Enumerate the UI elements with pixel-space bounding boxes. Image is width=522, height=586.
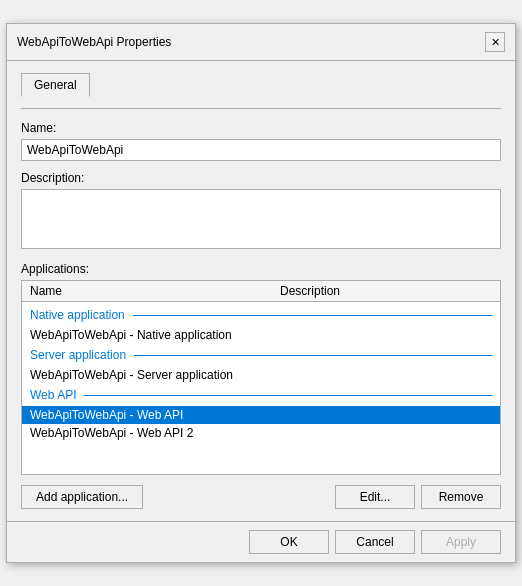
remove-button[interactable]: Remove [421,485,501,509]
tabs: General [21,73,501,96]
category-webapi: Web API [22,386,500,404]
ok-button[interactable]: OK [249,530,329,554]
apply-button[interactable]: Apply [421,530,501,554]
table-row[interactable]: WebApiToWebApi - Web API [22,406,500,424]
category-server: Server application [22,346,500,364]
category-server-line [134,355,492,356]
table-row[interactable]: WebApiToWebApi - Server application [22,366,500,384]
category-native: Native application [22,306,500,324]
table-body: Native application WebApiToWebApi - Nati… [22,302,500,444]
applications-field-group: Applications: Name Description Native ap… [21,262,501,475]
row-native-app: WebApiToWebApi - Native application [30,328,232,342]
row-webapi-2: WebApiToWebApi - Web API 2 [30,426,193,440]
column-name: Name [30,284,280,298]
edit-button[interactable]: Edit... [335,485,415,509]
title-bar: WebApiToWebApi Properties ✕ [7,24,515,61]
close-button[interactable]: ✕ [485,32,505,52]
table-row[interactable]: WebApiToWebApi - Web API 2 [22,424,500,442]
row-webapi-1: WebApiToWebApi - Web API [30,408,183,422]
dialog: WebApiToWebApi Properties ✕ General Name… [6,23,516,563]
description-field-group: Description: [21,171,501,252]
bottom-buttons: Add application... Edit... Remove [21,485,501,509]
tab-content: Name: Description: Applications: Name De… [21,108,501,509]
applications-label: Applications: [21,262,501,276]
name-input[interactable] [21,139,501,161]
cancel-button[interactable]: Cancel [335,530,415,554]
column-description: Description [280,284,492,298]
description-input[interactable] [21,189,501,249]
category-native-label: Native application [30,308,125,322]
description-label: Description: [21,171,501,185]
table-header: Name Description [22,281,500,302]
row-server-app: WebApiToWebApi - Server application [30,368,233,382]
dialog-footer: OK Cancel Apply [7,521,515,562]
dialog-content: General Name: Description: Applications:… [7,61,515,521]
name-field-group: Name: [21,121,501,161]
tab-general[interactable]: General [21,73,90,97]
category-webapi-label: Web API [30,388,76,402]
category-native-line [133,315,492,316]
category-server-label: Server application [30,348,126,362]
category-webapi-line [84,395,492,396]
applications-table: Name Description Native application WebA… [21,280,501,475]
dialog-title: WebApiToWebApi Properties [17,35,171,49]
name-label: Name: [21,121,501,135]
add-application-button[interactable]: Add application... [21,485,143,509]
right-button-group: Edit... Remove [335,485,501,509]
table-row[interactable]: WebApiToWebApi - Native application [22,326,500,344]
